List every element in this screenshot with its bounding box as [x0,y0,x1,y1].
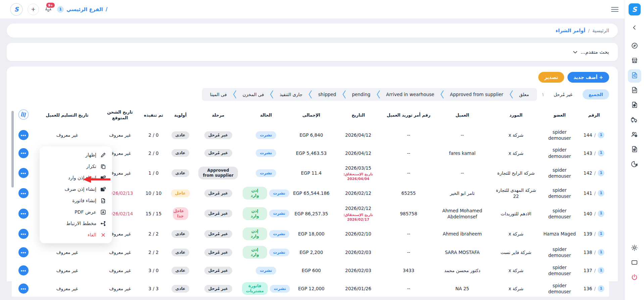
priority: عادى [166,267,195,274]
row-actions-button[interactable]: ••• [18,188,29,198]
export-button[interactable]: تصدير [538,72,564,83]
status-badge-published: نشرت [269,210,289,217]
menu-item-3[interactable]: إنشاء إذن صرف [40,183,112,195]
add-new-button[interactable]: + أضف جديد [567,72,609,83]
doc-info-icon [631,86,638,95]
priority-badge: عادى [171,131,190,139]
flow-tab-0[interactable]: معلق [514,92,534,97]
x-icon [100,232,106,238]
status-badges: نشرت [242,169,290,177]
menu-item-6[interactable]: مخطط الارتباط [40,218,112,229]
priority: عادى [166,131,195,139]
box-arrow-up-icon [100,186,106,192]
status-badges: نشرتفاتورة مشتريات [242,282,290,295]
advanced-search-label: بحث متقدم... [581,49,609,55]
sidebar-item-store[interactable] [628,54,641,68]
order-date: 2026/02/03 [332,267,384,273]
menu-item-label: عرض PDF [75,209,96,215]
sidebar-item-suppliers[interactable] [628,128,641,142]
branch-selector[interactable]: / الفرع الرئيسي 1 [57,6,107,13]
executed-count: 3 / 3 [141,286,166,292]
status-badge-published: نشرت [256,149,276,157]
advanced-search-toggle[interactable]: بحث متقدم... [7,43,618,61]
customer: SARA MOSTAFA [433,249,492,255]
flow-tab-7[interactable]: فى المينا [205,92,232,97]
flow-tab-6[interactable]: فى المخزن [237,92,269,97]
member: spider demouser [540,129,579,141]
sidebar-item-inventory-docs[interactable] [628,143,641,157]
sidebar-item-settings[interactable] [628,242,641,255]
add-quick-button[interactable]: + [28,4,39,15]
status-badge-published: نشرت [270,285,290,293]
user-avatar[interactable]: S [10,3,23,16]
row-actions-button[interactable]: ••• [18,209,29,219]
flow-tab-5[interactable]: جارى التنفيذ [274,92,308,97]
status-badges: نشرتإذن وارد [242,187,290,200]
customer-order-number: -- [384,249,433,255]
vertical-scrollbar-thumb[interactable] [11,111,14,187]
row-actions-button[interactable]: ••• [18,130,29,140]
executed-count: 3 / 0 [141,267,166,273]
menu-item-0[interactable]: إظهار [40,149,112,161]
status-badge-receipt_permit: إذن وارد [243,187,267,200]
chevron-left-icon [376,90,381,99]
chevron-left-icon [269,90,274,99]
app-logo[interactable]: S [629,3,641,15]
users-gear-icon [631,131,638,140]
flow-tab-4[interactable]: shipped [313,92,341,97]
flow-tab-2[interactable]: Arrived in wearhouse [381,92,440,97]
columns-settings-button[interactable] [12,109,35,122]
table-row-order-136[interactable]: 1/136spider demouserشركة xNA 25--2026/01… [12,281,609,297]
hamburger-menu-icon[interactable] [611,7,618,12]
order-total: EGP 12,000 [290,286,332,292]
row-actions-button[interactable]: ••• [18,168,29,178]
table-row-order-144[interactable]: 1/144spider demouserشركة x----2026/04/12… [12,127,609,143]
menu-item-1[interactable]: تكرار [40,161,112,172]
table-header-row: الرقمالعضوالموردالعميلرقم أمر توريد العم… [12,105,609,125]
sidebar-item-shipping[interactable] [628,114,641,127]
menu-item-5[interactable]: عرض PDF [40,206,112,218]
tab-unposted[interactable]: غير مُرحل [554,92,573,97]
row-actions-button[interactable]: ••• [18,247,29,257]
supplier: شركة x [492,267,540,273]
order-total: EGP 11.4 [290,170,332,176]
gear-icon [631,244,638,253]
sidebar-item-quotations[interactable] [628,84,641,97]
member: spider demouser [540,167,579,179]
row-actions-button[interactable]: ••• [18,229,29,239]
sidebar-item-collapse[interactable] [628,22,641,35]
notifications-button[interactable]: +9 [44,5,52,14]
order-number: 1/143 [579,150,609,157]
sidebar-item-dashboard[interactable] [628,40,641,53]
chevron-left-icon [509,90,514,99]
sidebar-item-screen[interactable] [628,256,641,270]
flow-tab-3[interactable]: pending [347,92,376,97]
sidebar-item-reports[interactable] [628,158,641,171]
menu-item-7[interactable]: الغاء [40,229,112,241]
row-actions-button[interactable]: ••• [18,148,29,158]
row-actions-button[interactable]: ••• [18,265,29,275]
supplier: شركة x [492,231,540,237]
tab-all[interactable]: الجميع [583,89,609,99]
menu-item-2[interactable]: إنشاء إذن وارد [40,172,112,183]
flow-tab-1[interactable]: Approved from supplier [445,92,509,97]
order-date: 2026/02/10 [332,231,384,237]
doc-search-icon [631,72,638,80]
stage-badge: غير مُرحل [204,189,232,197]
sidebar-item-purchase-orders[interactable] [628,69,641,83]
table-row-order-137[interactable]: 1/137spider demouserشركة xدكتور محسن محم… [12,263,609,278]
row-actions: ••• [12,229,35,239]
sidebar-item-logout[interactable] [628,271,641,285]
row-actions-button[interactable]: ••• [18,284,29,294]
sidebar-item-import-orders[interactable] [628,99,641,112]
supplier: شركة x [492,286,540,292]
menu-item-4[interactable]: إنشاء فاتورة [40,195,112,206]
breadcrumb-home-link[interactable]: الرئيسية [592,28,609,33]
priority-badge: عادى [171,267,190,274]
breadcrumb: الرئيسية / أوامر الشراء [7,24,618,38]
customer-order-number: 65255 [384,190,433,196]
row-actions: ••• [12,284,35,294]
link-map-icon [100,220,106,226]
toolbar: + أضف جديد تصدير [15,72,609,83]
table-row-order-138[interactable]: 1/138spider demouserشركة فاير نستSARA MO… [12,244,609,260]
